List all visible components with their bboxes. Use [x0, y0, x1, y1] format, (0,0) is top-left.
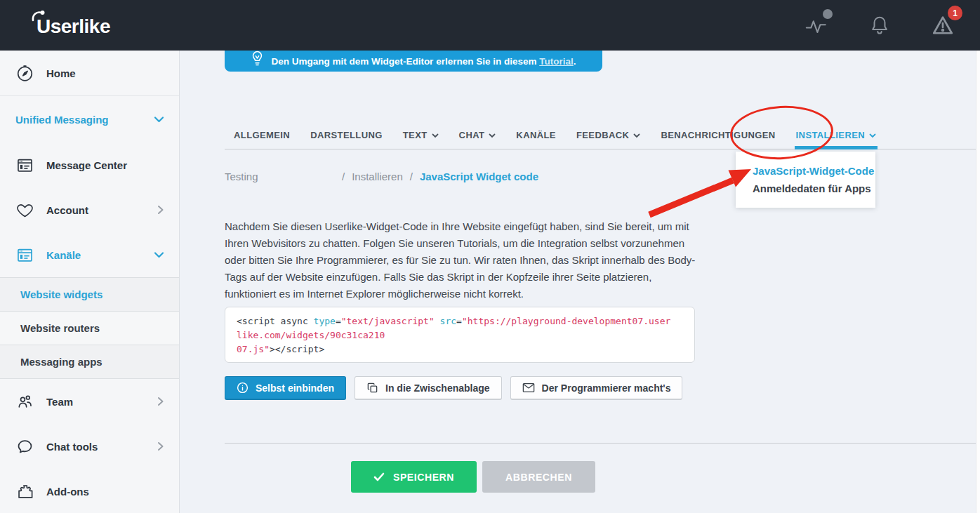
tab-benachrichtigungen[interactable]: BENACHRICHTIGUNGEN	[661, 121, 775, 149]
chevron-right-icon	[157, 397, 164, 407]
tab-kanaele[interactable]: KANÄLE	[516, 121, 556, 149]
abbrechen-button[interactable]: ABBRECHEN	[482, 461, 595, 493]
breadcrumb-parent[interactable]: Installieren	[352, 171, 403, 182]
chat-bubble-icon	[15, 437, 34, 456]
installieren-dropdown-menu: JavaScript-Widget-Code Anmeldedaten für …	[736, 152, 875, 208]
sidebar-label-account: Account	[46, 204, 88, 216]
sidebar-label-chat-tools: Chat tools	[46, 441, 98, 453]
check-icon	[373, 472, 385, 481]
sidebar-label-team: Team	[46, 396, 73, 408]
team-people-icon	[15, 392, 34, 411]
heart-icon	[15, 201, 34, 220]
programmierer-button[interactable]: Der Programmierer macht's	[510, 376, 683, 400]
sidebar-item-messaging-apps[interactable]: Messaging apps	[0, 345, 179, 379]
sidebar-label-website-routers: Website routers	[20, 322, 100, 334]
tab-text[interactable]: TEXT	[403, 121, 439, 149]
copy-icon	[366, 382, 378, 394]
sidebar-label-home: Home	[46, 67, 76, 79]
sidebar: Home Unified Messaging Message Center Ac…	[0, 51, 180, 513]
breadcrumb-separator: /	[410, 171, 413, 182]
top-header: Userlike 1	[0, 0, 980, 51]
tab-feedback[interactable]: FEEDBACK	[576, 121, 640, 149]
tab-allgemein[interactable]: ALLGEMEIN	[234, 121, 290, 149]
puzzle-icon	[15, 482, 34, 501]
alerts-warning-icon[interactable]: 1	[929, 12, 956, 39]
chevron-down-icon	[432, 133, 439, 138]
chevron-right-icon	[157, 205, 164, 215]
footer-divider	[225, 443, 980, 444]
sidebar-label-unified-messaging: Unified Messaging	[15, 114, 109, 126]
selbst-einbinden-button[interactable]: Selbst einbinden	[225, 376, 346, 400]
tab-installieren[interactable]: INSTALLIEREN	[796, 121, 876, 149]
speichern-button[interactable]: SPEICHERN	[351, 461, 477, 493]
install-action-buttons: Selbst einbinden In die Zwischenablage D…	[225, 376, 682, 400]
chevron-down-icon	[633, 133, 640, 138]
widget-code: <script async type="text/javascript" src…	[237, 316, 670, 354]
sidebar-item-account[interactable]: Account	[0, 187, 179, 232]
widget-code-box[interactable]: <script async type="text/javascript" src…	[225, 307, 695, 363]
breadcrumb-root[interactable]: Testing	[225, 171, 258, 182]
main-content: Den Umgang mit dem Widget-Editor erlerne…	[180, 51, 980, 513]
sidebar-label-kanaele: Kanäle	[46, 249, 81, 261]
sidebar-label-message-center: Message Center	[46, 159, 127, 171]
breadcrumb: Testing / Installieren / JavaScript Widg…	[225, 171, 538, 182]
breadcrumb-current[interactable]: JavaScript Widget code	[420, 171, 538, 182]
breadcrumb-separator: /	[342, 171, 345, 182]
envelope-icon	[522, 382, 535, 393]
sidebar-item-website-widgets[interactable]: Website widgets	[0, 278, 179, 312]
sidebar-item-kanaele[interactable]: Kanäle	[0, 232, 179, 277]
alerts-count-badge: 1	[948, 6, 962, 20]
sidebar-subsection-kanaele: Website widgets Website routers Messagin…	[0, 277, 179, 379]
logo-text: Userlike	[37, 15, 110, 38]
sidebar-item-team[interactable]: Team	[0, 379, 179, 424]
sidebar-section-unified-messaging[interactable]: Unified Messaging	[0, 96, 179, 142]
sidebar-item-home[interactable]: Home	[0, 51, 179, 96]
message-center-window-icon	[15, 156, 34, 175]
scrollbar-track[interactable]	[976, 51, 980, 513]
banner-text: Den Umgang mit dem Widget-Editor erlerne…	[272, 56, 576, 67]
tab-chat[interactable]: CHAT	[459, 121, 496, 149]
footer-actions: SPEICHERN ABBRECHEN	[351, 461, 595, 493]
bell-glyph	[868, 14, 891, 36]
sidebar-item-message-center[interactable]: Message Center	[0, 142, 179, 187]
compass-icon	[15, 64, 34, 83]
widget-editor-tabs: ALLGEMEIN DARSTELLUNG TEXT CHAT KANÄLE F…	[225, 121, 980, 149]
chevron-right-icon	[157, 441, 164, 452]
sidebar-label-messaging-apps: Messaging apps	[20, 356, 102, 368]
chevron-down-icon	[489, 133, 496, 138]
userlike-logo[interactable]: Userlike	[17, 10, 143, 41]
zwischenablage-button[interactable]: In die Zwischenablage	[355, 376, 502, 400]
sidebar-label-website-widgets: Website widgets	[20, 288, 102, 300]
sidebar-label-add-ons: Add-ons	[46, 486, 89, 498]
sidebar-item-add-ons[interactable]: Add-ons	[0, 469, 179, 513]
sidebar-item-chat-tools[interactable]: Chat tools	[0, 424, 179, 469]
lightbulb-icon	[251, 51, 263, 68]
chevron-down-icon	[869, 133, 876, 138]
activity-status-dot	[823, 9, 833, 19]
activity-pulse-icon[interactable]	[803, 12, 830, 39]
kanaele-window-icon	[15, 246, 34, 265]
tutorial-banner: Den Umgang mit dem Widget-Editor erlerne…	[225, 51, 602, 72]
info-icon	[237, 382, 249, 394]
tab-darstellung[interactable]: DARSTELLUNG	[310, 121, 383, 149]
chevron-down-icon	[154, 115, 164, 124]
sidebar-item-website-routers[interactable]: Website routers	[0, 312, 179, 345]
menu-item-anmeldedaten-fuer-apps[interactable]: Anmeldedaten für Apps	[753, 180, 875, 197]
notifications-bell-icon[interactable]	[866, 12, 893, 39]
instructions-paragraph: Nachdem Sie diesen Userlike-Widget-Code …	[225, 218, 696, 302]
tutorial-link[interactable]: Tutorial	[539, 56, 574, 67]
chevron-down-icon	[154, 251, 164, 259]
menu-item-javascript-widget-code[interactable]: JavaScript-Widget-Code	[753, 162, 875, 180]
